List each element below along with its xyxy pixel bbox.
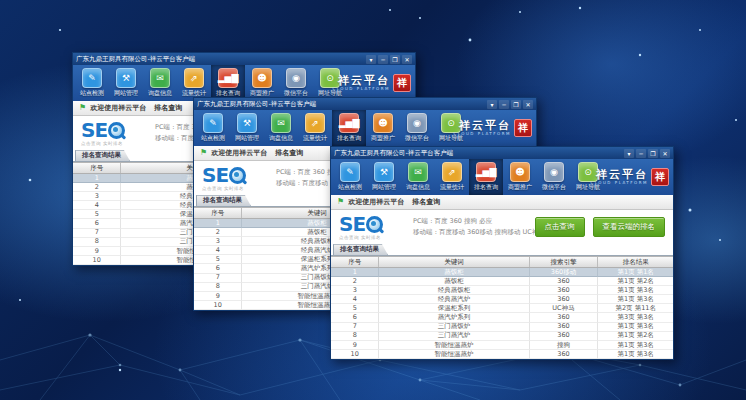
table-row[interactable]: 4 经典蒸汽炉 360 第1页 第3名 (331, 295, 673, 304)
column-header-result: 排名结果 (598, 257, 673, 267)
toolbar-item-label: 排名查询 (337, 134, 361, 143)
close-button[interactable]: ✕ (402, 55, 412, 64)
tab-ranking-results[interactable]: 排名查询结果 (196, 195, 251, 206)
close-button[interactable]: ✕ (523, 100, 533, 109)
toolbar-item-label: 网站管理 (114, 89, 138, 98)
seo-logo: SE 点击查询 实时排名 (202, 165, 266, 191)
maximize-button[interactable]: ❐ (390, 55, 400, 64)
skin-button[interactable]: ▾ (366, 55, 376, 64)
toolbar-item-icon: ⚒ (116, 68, 136, 88)
view-cloud-ranking-button[interactable]: 查看云端的排名 (593, 217, 666, 237)
maximize-button[interactable]: ❐ (648, 149, 658, 158)
table-row[interactable]: 7 三门蒸饭炉 360 第1页 第3名 (331, 323, 673, 332)
toolbar-item-icon: ✎ (203, 113, 223, 133)
table-header-row: 序号 关键词 搜索引擎 排名结果 (331, 257, 673, 268)
toolbar-item-icon: ✉ (408, 162, 428, 182)
toolbar: ✎ 站点检测 ⚒ 网站管理 ✉ 询盘信息 ⇗ 流量统计 ▂▅▇ 排名查询 ☻ 商… (73, 65, 415, 101)
cell-keyword: 保温柜系列 (379, 304, 529, 313)
breadcrumb-welcome: 欢迎使用祥云平台 (211, 148, 267, 158)
toolbar-item[interactable]: ✉ 询盘信息 (143, 65, 177, 101)
minimize-button[interactable]: ─ (378, 55, 388, 64)
minimize-button[interactable]: ─ (636, 149, 646, 158)
breadcrumb-welcome: 欢迎使用祥云平台 (348, 197, 404, 207)
toolbar-item[interactable]: ⇗ 流量统计 (298, 110, 332, 146)
cell-no: 1 (73, 174, 121, 183)
toolbar-item[interactable]: ✉ 询盘信息 (264, 110, 298, 146)
toolbar-item-label: 询盘信息 (148, 89, 172, 98)
table-row[interactable]: 5 保温柜系列 UC神马 第2页 第11名 (331, 304, 673, 313)
minimize-button[interactable]: ─ (499, 100, 509, 109)
table-body: 1 蒸饭柜 360移动 第1页 第1名 2 蒸饭柜 360 第1页 第2名 3 … (331, 268, 673, 359)
cell-engine: 360移动 (530, 268, 599, 277)
toolbar-item[interactable]: ☻ 商盟推广 (366, 110, 400, 146)
toolbar-item-icon: ⇗ (442, 162, 462, 182)
toolbar-item[interactable]: ✉ 询盘信息 (401, 159, 435, 195)
cell-no: 6 (194, 264, 242, 273)
breadcrumb-page: 排名查询 (275, 148, 303, 158)
seo-wordmark: SE (339, 214, 365, 234)
flag-icon: ⚑ (337, 198, 344, 206)
table-row[interactable]: 3 经典蒸饭柜 360 第1页 第3名 (331, 286, 673, 295)
close-button[interactable]: ✕ (660, 149, 670, 158)
cell-no: 6 (73, 219, 121, 228)
toolbar-item[interactable]: ⇗ 流量统计 (435, 159, 469, 195)
cell-no: 7 (194, 274, 242, 283)
toolbar-item[interactable]: ✎ 站点检测 (333, 159, 367, 195)
toolbar-item[interactable]: ⇗ 流量统计 (177, 65, 211, 101)
toolbar-item[interactable]: ⚒ 网站管理 (367, 159, 401, 195)
cell-no: 10 (331, 350, 379, 359)
toolbar-item[interactable]: ✎ 站点检测 (196, 110, 230, 146)
brand-name: 祥云平台 (459, 120, 511, 131)
table-row[interactable]: 8 三门蒸汽炉 360 第1页 第2名 (331, 332, 673, 341)
table-row[interactable]: 9 智能恒温蒸炉 搜狗 第1页 第3名 (331, 341, 673, 350)
toolbar-item-label: 站点检测 (338, 183, 362, 192)
titlebar: 广东九鼎王厨具有限公司-祥云平台客户端 ▾ ─ ❐ ✕ (331, 147, 673, 159)
toolbar-item[interactable]: ⚒ 网站管理 (230, 110, 264, 146)
cell-no: 3 (194, 237, 242, 246)
cell-no: 6 (331, 313, 379, 322)
cell-keyword: 蒸饭柜 (379, 268, 529, 277)
toolbar-item[interactable]: ◉ 微信平台 (537, 159, 571, 195)
table-row[interactable]: 6 蒸汽炉系列 360 第3页 第3名 (331, 313, 673, 322)
seo-header: SE 点击查询 实时排名 PC端：百度 360 搜狗 必应 移动端：百度移动 3… (331, 210, 673, 244)
toolbar-item[interactable]: ▂▅▇ 排名查询 (332, 110, 366, 146)
magnifier-icon (108, 122, 125, 139)
toolbar-item[interactable]: ☻ 商盟推广 (503, 159, 537, 195)
toolbar-item-icon: ▂▅▇ (476, 162, 496, 182)
table-row[interactable]: 1 蒸饭柜 360移动 第1页 第1名 (331, 268, 673, 277)
window-title: 广东九鼎王厨具有限公司-祥云平台客户端 (76, 55, 366, 64)
cell-no: 9 (331, 341, 379, 350)
toolbar-item[interactable]: ✎ 站点检测 (75, 65, 109, 101)
toolbar-item-icon: ☻ (373, 113, 393, 133)
toolbar-item[interactable]: ▂▅▇ 排名查询 (211, 65, 245, 101)
cell-result: 第1页 第2名 (598, 332, 673, 341)
table-row[interactable]: 10 智能恒温蒸炉 360 第1页 第3名 (331, 350, 673, 359)
cell-no: 3 (331, 286, 379, 295)
cell-result: 第1页 第1名 (598, 268, 673, 277)
maximize-button[interactable]: ❐ (511, 100, 521, 109)
engine-info: PC端：百度 360 搜狗 必应 移动端：百度移动 360移动 搜狗移动 UC神… (413, 217, 545, 237)
tab-row: 排名查询结果 (331, 244, 673, 256)
toolbar-item-icon: ◉ (544, 162, 564, 182)
magnifier-icon (229, 167, 246, 184)
tab-ranking-results[interactable]: 排名查询结果 (75, 150, 130, 161)
cell-engine: 360 (530, 295, 599, 304)
toolbar-item-label: 微信平台 (405, 134, 429, 143)
table-row[interactable]: 2 蒸饭柜 360 第1页 第2名 (331, 277, 673, 286)
toolbar-item[interactable]: ⚒ 网站管理 (109, 65, 143, 101)
cell-no: 4 (331, 295, 379, 304)
toolbar-item[interactable]: ☻ 商盟推广 (245, 65, 279, 101)
toolbar-item[interactable]: ◉ 微信平台 (279, 65, 313, 101)
skin-button[interactable]: ▾ (624, 149, 634, 158)
toolbar-item[interactable]: ▂▅▇ 排名查询 (469, 159, 503, 195)
window-controls: ▾ ─ ❐ ✕ (487, 100, 533, 109)
toolbar-item-label: 流量统计 (440, 183, 464, 192)
toolbar-item-label: 商盟推广 (371, 134, 395, 143)
query-button[interactable]: 点击查询 (535, 217, 585, 237)
breadcrumb-page: 排名查询 (412, 197, 440, 207)
tab-ranking-results[interactable]: 排名查询结果 (333, 244, 388, 255)
toolbar-item-icon: ◉ (407, 113, 427, 133)
seo-tagline: 点击查询 实时排名 (81, 141, 145, 146)
skin-button[interactable]: ▾ (487, 100, 497, 109)
toolbar-item[interactable]: ◉ 微信平台 (400, 110, 434, 146)
